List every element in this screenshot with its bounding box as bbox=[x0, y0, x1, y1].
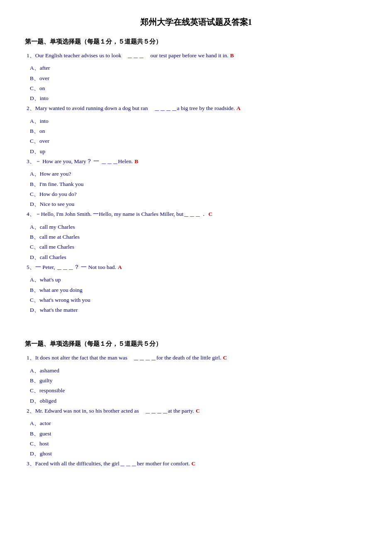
answer-label-q1: B bbox=[230, 52, 234, 59]
option-q2-C: C、over bbox=[25, 136, 367, 146]
question-text-q3b: 3、Faced with all the difficulties, the g… bbox=[27, 460, 190, 467]
option-q3-D: D、Nice to see you bbox=[25, 199, 367, 209]
option-q2b-D: D、ghost bbox=[25, 449, 367, 459]
option-q1b-A: A、ashamed bbox=[25, 366, 367, 376]
option-q2b-B: B、guest bbox=[25, 429, 367, 439]
question-text-q1: 1、Our English teacher advises us to look… bbox=[27, 52, 229, 59]
answer-label-q2: A bbox=[236, 105, 241, 111]
option-q1-A: A、after bbox=[25, 63, 367, 73]
question-text-q2b: 2、Mr. Edward was not in, so his brother … bbox=[27, 408, 194, 414]
option-q4-B: B、call me at Charles bbox=[25, 232, 367, 242]
answer-label-q4: C bbox=[208, 211, 212, 217]
answer-label-q1b: C bbox=[223, 355, 227, 361]
option-q5-A: A、what's up bbox=[25, 275, 367, 285]
answer-label-q5: A bbox=[118, 264, 122, 270]
option-q1-C: C、on bbox=[25, 83, 367, 93]
option-q4-A: A、call my Charles bbox=[25, 222, 367, 232]
question-q2: 2、Mary wanted to avoid running down a do… bbox=[25, 103, 367, 113]
page-title: 郑州大学在线英语试题及答案1 bbox=[25, 17, 367, 28]
page-container: 郑州大学在线英语试题及答案1 第一题、单项选择题（每题１分，５道题共５分） 1、… bbox=[25, 17, 367, 469]
question-q4: 4、－Hello, I'm John Smith. 一Hello, my nam… bbox=[25, 209, 367, 219]
section-section2: 第一题、单项选择题（每题１分，５道题共５分） 1、It does not alt… bbox=[25, 340, 367, 469]
option-q3-B: B、I'm fine. Thank you bbox=[25, 179, 367, 189]
section-spacer bbox=[25, 328, 367, 340]
question-q5: 5、一 Peter, ＿＿＿？ 一 Not too bad.A bbox=[25, 262, 367, 272]
option-q2-B: B、on bbox=[25, 126, 367, 136]
answer-label-q3b: C bbox=[192, 460, 196, 467]
option-q4-D: D、call Charles bbox=[25, 252, 367, 262]
option-q5-B: B、what are you doing bbox=[25, 285, 367, 295]
question-q2b: 2、Mr. Edward was not in, so his brother … bbox=[25, 406, 367, 416]
question-text-q3: 3、－ How are you, Mary？ 一 ＿＿＿Helen. bbox=[27, 158, 133, 164]
option-q3-A: A、How are you? bbox=[25, 169, 367, 179]
question-text-q2: 2、Mary wanted to avoid running down a do… bbox=[27, 105, 235, 111]
option-q2-A: A、into bbox=[25, 116, 367, 126]
question-q1b: 1、It does not alter the fact that the ma… bbox=[25, 353, 367, 363]
question-q3b: 3、Faced with all the difficulties, the g… bbox=[25, 459, 367, 469]
option-q4-C: C、call me Charles bbox=[25, 242, 367, 252]
question-text-q1b: 1、It does not alter the fact that the ma… bbox=[27, 355, 221, 361]
option-q2b-C: C、host bbox=[25, 439, 367, 449]
option-q2b-A: A、actor bbox=[25, 418, 367, 428]
section-heading-section1: 第一题、单项选择题（每题１分，５道题共５分） bbox=[25, 38, 367, 46]
option-q5-C: C、what's wrong with you bbox=[25, 295, 367, 305]
question-q3: 3、－ How are you, Mary？ 一 ＿＿＿Helen.B bbox=[25, 156, 367, 166]
section-section1: 第一题、单项选择题（每题１分，５道题共５分） 1、Our English tea… bbox=[25, 38, 367, 315]
option-q3-C: C、How do you do? bbox=[25, 189, 367, 199]
answer-label-q2b: C bbox=[196, 408, 200, 414]
section-heading-section2: 第一题、单项选择题（每题１分，５道题共５分） bbox=[25, 340, 367, 348]
option-q5-D: D、what's the matter bbox=[25, 305, 367, 315]
option-q1-D: D、into bbox=[25, 93, 367, 103]
option-q1b-B: B、guilty bbox=[25, 376, 367, 386]
answer-label-q3: B bbox=[134, 158, 138, 164]
question-q1: 1、Our English teacher advises us to look… bbox=[25, 51, 367, 61]
question-text-q4: 4、－Hello, I'm John Smith. 一Hello, my nam… bbox=[27, 211, 207, 217]
option-q1b-D: D、obliged bbox=[25, 396, 367, 406]
option-q1-B: B、over bbox=[25, 73, 367, 83]
option-q2-D: D、up bbox=[25, 147, 367, 156]
option-q1b-C: C、responsible bbox=[25, 386, 367, 396]
question-text-q5: 5、一 Peter, ＿＿＿？ 一 Not too bad. bbox=[27, 264, 116, 270]
